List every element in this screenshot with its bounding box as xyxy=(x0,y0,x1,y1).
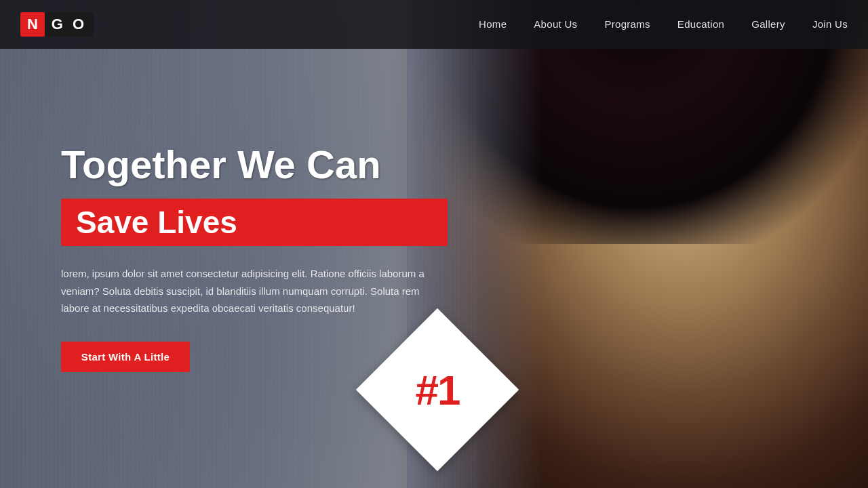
nav-link-about[interactable]: About Us xyxy=(534,18,577,30)
nav-link-gallery[interactable]: Gallery xyxy=(751,18,785,30)
logo[interactable]: N G O xyxy=(20,12,94,37)
hero-title-highlight: Save Lives xyxy=(61,199,448,246)
nav-link-join[interactable]: Join Us xyxy=(812,18,848,30)
hero-title-main: Together We Can xyxy=(61,143,448,186)
logo-n: N xyxy=(20,12,45,37)
nav-link-education[interactable]: Education xyxy=(677,18,724,30)
nav-links: Home About Us Programs Education Gallery… xyxy=(479,18,848,30)
nav-item-home[interactable]: Home xyxy=(479,18,507,30)
nav-link-programs[interactable]: Programs xyxy=(604,18,650,30)
nav-item-about[interactable]: About Us xyxy=(534,18,577,30)
hero-description: lorem, ipsum dolor sit amet consectetur … xyxy=(61,265,448,317)
start-button[interactable]: Start With A Little xyxy=(61,342,190,372)
nav-link-home[interactable]: Home xyxy=(479,18,507,30)
nav-item-join[interactable]: Join Us xyxy=(812,18,848,30)
nav-item-gallery[interactable]: Gallery xyxy=(751,18,785,30)
nav-item-programs[interactable]: Programs xyxy=(604,18,650,30)
logo-go: G O xyxy=(45,12,94,37)
nav-item-education[interactable]: Education xyxy=(677,18,724,30)
badge-text: #1 xyxy=(416,366,460,414)
navbar: N G O Home About Us Programs Education G… xyxy=(0,0,868,49)
